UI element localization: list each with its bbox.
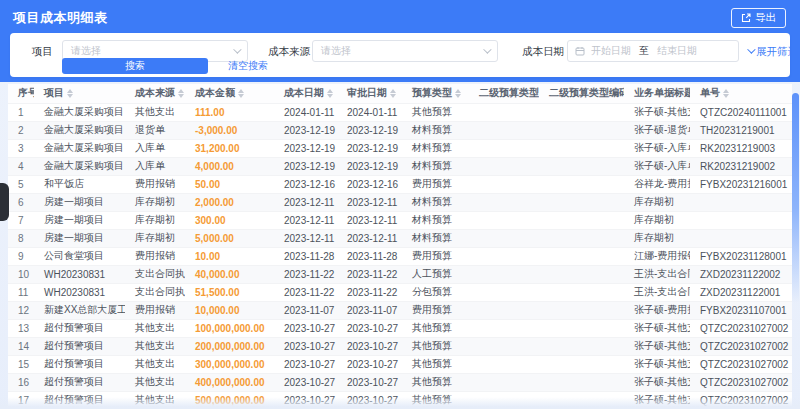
table-cell: 2,000.00 bbox=[185, 193, 274, 211]
table-cell: 费用报销 bbox=[125, 247, 185, 265]
table-cell: 张子硕-其他支出 bbox=[624, 355, 690, 373]
column-header[interactable]: 成本金额 bbox=[185, 84, 274, 103]
table-cell: 9 bbox=[8, 247, 34, 265]
table-row[interactable]: 16超付预警项目其他支出400,000,000.002023-10-272023… bbox=[8, 373, 792, 391]
table-row[interactable]: 6房建一期项目库存期初2,000.002023-12-112023-12-11材… bbox=[8, 193, 792, 211]
table-cell: FYBX20231107001 bbox=[690, 301, 792, 319]
table-row[interactable]: 9公司食堂项目费用报销10.002023-11-282023-11-28费用预算… bbox=[8, 247, 792, 265]
table-cell: QTZC20240111001 bbox=[690, 103, 792, 121]
table-row[interactable]: 7房建一期项目库存期初300.002023-12-112023-12-11材料预… bbox=[8, 211, 792, 229]
table-cell: 房建一期项目 bbox=[34, 229, 125, 247]
table-cell bbox=[539, 265, 624, 283]
table-cell: 4 bbox=[8, 157, 34, 175]
expand-filters-link[interactable]: 展开筛选 bbox=[747, 40, 798, 62]
table-cell: 2023-11-22 bbox=[274, 265, 337, 283]
table-cell: 其他支出 bbox=[125, 319, 185, 337]
sort-icon[interactable] bbox=[67, 89, 73, 98]
table-cell: 2023-11-28 bbox=[274, 247, 337, 265]
sort-icon[interactable] bbox=[455, 89, 461, 98]
column-header[interactable]: 成本日期 bbox=[274, 84, 337, 103]
table-row[interactable]: 10WH20230831支出合同执行40,000.002023-11-22202… bbox=[8, 265, 792, 283]
table-cell: 其他支出 bbox=[125, 103, 185, 121]
table-row[interactable]: 17超付预警项目其他支出500,000,000.002023-10-272023… bbox=[8, 391, 792, 409]
table-cell: 2023-12-11 bbox=[274, 229, 337, 247]
start-date-placeholder: 开始日期 bbox=[591, 44, 631, 58]
sort-icon[interactable] bbox=[327, 89, 333, 98]
table-cell: 其他支出 bbox=[125, 337, 185, 355]
table-row[interactable]: 14超付预警项目其他支出200,000,000.002023-10-272023… bbox=[8, 337, 792, 355]
table-cell bbox=[469, 157, 539, 175]
table-cell: 公司食堂项目 bbox=[34, 247, 125, 265]
table-cell: 7 bbox=[8, 211, 34, 229]
table-cell bbox=[469, 229, 539, 247]
scrollbar-thumb[interactable] bbox=[792, 93, 799, 303]
sort-icon[interactable] bbox=[178, 89, 184, 98]
table-cell: 40,000.00 bbox=[185, 265, 274, 283]
table-cell: ZXD20231122001 bbox=[690, 283, 792, 301]
side-panel-handle[interactable] bbox=[0, 183, 9, 221]
table-cell: 其他预算 bbox=[402, 355, 469, 373]
table-cell bbox=[539, 283, 624, 301]
chevron-down-icon bbox=[747, 45, 755, 53]
column-header[interactable]: 项目 bbox=[34, 84, 125, 103]
table-cell bbox=[539, 229, 624, 247]
column-header-label: 序号 bbox=[18, 86, 34, 100]
table-row[interactable]: 2金融大厦采购项目退货单-3,000.002023-12-192023-12-1… bbox=[8, 121, 792, 139]
table-cell: 入库单 bbox=[125, 157, 185, 175]
table-cell bbox=[469, 265, 539, 283]
table-cell: 库存期初 bbox=[125, 193, 185, 211]
sort-icon[interactable] bbox=[238, 89, 244, 98]
table-row[interactable]: 15超付预警项目其他支出300,000,000.002023-10-272023… bbox=[8, 355, 792, 373]
table-header-row: 序号项目成本来源成本金额成本日期审批日期预算类型二级预算类型二级预算类型编码业务… bbox=[8, 84, 792, 103]
table-cell: 王洪-支出合同执行 bbox=[624, 283, 690, 301]
column-header[interactable]: 单号 bbox=[690, 84, 792, 103]
column-header[interactable]: 审批日期 bbox=[337, 84, 402, 103]
export-button[interactable]: 导出 bbox=[731, 8, 786, 28]
table-cell: 张子硕-其他支出 bbox=[624, 103, 690, 121]
table-cell: 400,000,000.00 bbox=[185, 373, 274, 391]
clear-search-button[interactable]: 清空搜索 bbox=[228, 58, 268, 74]
project-select-placeholder: 请选择 bbox=[71, 44, 233, 58]
sort-icon[interactable] bbox=[390, 89, 396, 98]
table-cell: 和平饭店 bbox=[34, 175, 125, 193]
table-cell: 材料预算 bbox=[402, 121, 469, 139]
table-cell: 张子硕-其他支出 bbox=[624, 373, 690, 391]
table-cell: 100,000,000.00 bbox=[185, 319, 274, 337]
sort-icon[interactable] bbox=[723, 89, 729, 98]
table-row[interactable]: 8房建一期项目库存期初5,000.002023-12-112023-12-11材… bbox=[8, 229, 792, 247]
table-cell: 2023-10-27 bbox=[337, 391, 402, 409]
table-cell: 其他支出 bbox=[125, 373, 185, 391]
table-row[interactable]: 3金融大厦采购项目入库单31,200.002023-12-192023-12-1… bbox=[8, 139, 792, 157]
table-cell: 库存期初 bbox=[125, 229, 185, 247]
table-cell: 入库单 bbox=[125, 139, 185, 157]
column-header[interactable]: 二级预算类型编码 bbox=[539, 84, 624, 103]
cost-source-select-placeholder: 请选择 bbox=[321, 44, 483, 58]
table-cell: 其他支出 bbox=[125, 355, 185, 373]
filter-panel: 项目 请选择 成本来源 请选择 成本日期 开始日期 至 结束日期 展开筛选 搜索… bbox=[10, 33, 790, 77]
table-row[interactable]: 12新建XX总部大厦工程二期费用报销10,000.002023-11-07202… bbox=[8, 301, 792, 319]
table-row[interactable]: 5和平饭店费用报销50.002023-12-162023-12-16费用预算谷祥… bbox=[8, 175, 792, 193]
table-cell: 张子硕-其他支出 bbox=[624, 391, 690, 409]
column-header-label: 二级预算类型 bbox=[479, 86, 539, 100]
column-header[interactable]: 预算类型 bbox=[402, 84, 469, 103]
table-cell: 2023-12-16 bbox=[337, 175, 402, 193]
column-header[interactable]: 二级预算类型 bbox=[469, 84, 539, 103]
table-cell: 2023-12-19 bbox=[274, 157, 337, 175]
date-separator: 至 bbox=[639, 44, 649, 58]
table-row[interactable]: 13超付预警项目其他支出100,000,000.002023-10-272023… bbox=[8, 319, 792, 337]
cost-source-select[interactable]: 请选择 bbox=[312, 40, 498, 62]
calendar-icon bbox=[575, 42, 585, 60]
column-header[interactable]: 业务单据标题 bbox=[624, 84, 690, 103]
table-cell: 2023-12-19 bbox=[337, 157, 402, 175]
column-header[interactable]: 成本来源 bbox=[125, 84, 185, 103]
table-cell bbox=[539, 103, 624, 121]
column-header-label: 预算类型 bbox=[412, 86, 452, 100]
cost-date-range-input[interactable]: 开始日期 至 结束日期 bbox=[567, 40, 739, 62]
table-row[interactable]: 11WH20230831支出合同执行51,500.002023-11-22202… bbox=[8, 283, 792, 301]
table-row[interactable]: 1金融大厦采购项目其他支出111.002024-01-112024-01-11其… bbox=[8, 103, 792, 121]
search-button[interactable]: 搜索 bbox=[62, 58, 208, 74]
export-icon bbox=[741, 13, 751, 23]
table-cell: -3,000.00 bbox=[185, 121, 274, 139]
table-row[interactable]: 4金融大厦采购项目入库单4,000.002023-12-192023-12-19… bbox=[8, 157, 792, 175]
table-cell bbox=[469, 319, 539, 337]
